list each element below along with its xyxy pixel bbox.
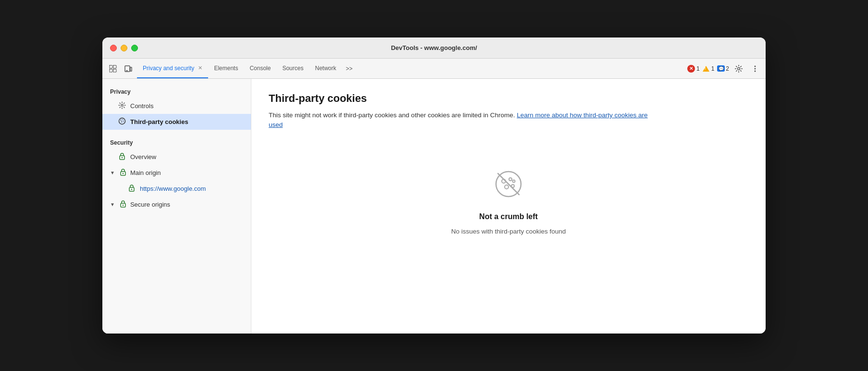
error-badge[interactable]: ✕ 1 — [687, 65, 700, 73]
toolbar-right: ✕ 1 1 💬 2 — [687, 62, 762, 75]
svg-rect-3 — [113, 69, 116, 72]
svg-point-7 — [738, 67, 740, 70]
error-count: 1 — [696, 65, 700, 72]
panel-description: This site might not work if third-party … — [269, 111, 663, 130]
inspect-icon[interactable] — [106, 62, 120, 75]
svg-point-15 — [121, 122, 122, 123]
message-count: 2 — [726, 65, 729, 72]
google-url-link[interactable]: https://www.google.com — [140, 185, 206, 192]
cookies-icon — [118, 117, 126, 126]
message-badge[interactable]: 💬 2 — [717, 65, 729, 72]
sidebar-item-controls[interactable]: Controls — [102, 98, 251, 114]
privacy-section-label: Privacy — [102, 85, 251, 98]
svg-point-16 — [123, 121, 124, 122]
controls-label: Controls — [130, 102, 153, 110]
controls-icon — [118, 101, 126, 111]
titlebar: DevTools - www.google.com/ — [102, 37, 766, 59]
traffic-lights — [110, 45, 138, 51]
panel-description-text: This site might not work if third-party … — [269, 111, 515, 119]
svg-rect-1 — [113, 65, 116, 68]
tab-privacy-security-label: Privacy and security — [143, 65, 194, 72]
svg-rect-2 — [110, 69, 112, 72]
sidebar: Privacy Controls — [102, 79, 251, 334]
svg-point-21 — [123, 173, 124, 174]
secure-origins-arrow-icon: ▼ — [110, 202, 115, 207]
svg-point-12 — [119, 118, 125, 124]
warning-badge[interactable]: 1 — [703, 65, 715, 72]
svg-point-23 — [131, 189, 132, 190]
sidebar-item-secure-origins[interactable]: ▼ Secure origins — [102, 197, 251, 212]
device-toggle-icon[interactable] — [122, 62, 135, 75]
svg-point-31 — [513, 180, 515, 182]
svg-point-17 — [123, 120, 124, 121]
maximize-button[interactable] — [131, 45, 138, 51]
window-title: DevTools - www.google.com/ — [391, 44, 477, 51]
main-origin-lock-icon — [120, 168, 126, 177]
minimize-button[interactable] — [121, 45, 127, 51]
sidebar-item-main-origin[interactable]: ▼ Main origin — [102, 165, 251, 181]
error-icon: ✕ — [687, 65, 695, 73]
empty-state-description: No issues with third-party cookies found — [451, 228, 566, 235]
svg-point-10 — [755, 70, 756, 72]
third-party-cookies-label: Third-party cookies — [130, 118, 188, 125]
svg-line-32 — [498, 173, 519, 195]
arrow-down-icon: ▼ — [110, 170, 115, 175]
svg-point-13 — [121, 120, 122, 121]
main-panel: Third-party cookies This site might not … — [251, 79, 766, 334]
tab-sources[interactable]: Sources — [276, 59, 309, 78]
sidebar-item-google-url[interactable]: https://www.google.com — [102, 181, 251, 197]
empty-state: Not a crumb left No issues with third-pa… — [269, 169, 748, 235]
tab-sources-label: Sources — [282, 65, 303, 72]
tab-network[interactable]: Network — [309, 59, 342, 78]
toolbar: Privacy and security ✕ Elements Console … — [102, 59, 766, 79]
secure-origins-lock-icon — [120, 200, 126, 209]
devtools-window: DevTools - www.google.com/ Privacy and s… — [102, 37, 766, 334]
security-section-label: Security — [102, 136, 251, 149]
svg-point-28 — [509, 178, 512, 181]
overview-lock-icon — [118, 152, 126, 161]
svg-point-25 — [123, 205, 124, 206]
secure-origins-label: Secure origins — [130, 201, 170, 208]
svg-rect-5 — [130, 67, 132, 71]
tab-close-icon[interactable]: ✕ — [198, 65, 202, 71]
svg-point-14 — [122, 119, 123, 120]
svg-point-9 — [755, 68, 756, 69]
overview-label: Overview — [130, 153, 156, 161]
more-options-icon[interactable] — [748, 62, 762, 75]
more-tabs-button[interactable]: >> — [342, 59, 356, 78]
svg-point-11 — [121, 104, 123, 106]
tab-privacy-security[interactable]: Privacy and security ✕ — [137, 59, 208, 78]
svg-rect-0 — [110, 65, 112, 68]
sidebar-item-overview[interactable]: Overview — [102, 149, 251, 165]
tab-elements[interactable]: Elements — [208, 59, 244, 78]
no-cookie-icon — [493, 169, 524, 206]
tab-elements-label: Elements — [214, 65, 238, 72]
message-icon: 💬 — [717, 65, 725, 72]
tab-console-label: Console — [249, 65, 271, 72]
tab-console[interactable]: Console — [244, 59, 276, 78]
main-origin-label: Main origin — [130, 169, 161, 176]
svg-point-8 — [755, 65, 756, 67]
warning-icon — [703, 66, 709, 72]
svg-point-29 — [505, 185, 508, 189]
sidebar-item-third-party-cookies[interactable]: Third-party cookies — [102, 114, 251, 130]
empty-state-title: Not a crumb left — [479, 212, 538, 221]
google-url-lock-icon — [127, 184, 136, 193]
close-button[interactable] — [110, 45, 117, 51]
content-area: Privacy Controls — [102, 79, 766, 334]
settings-icon[interactable] — [732, 62, 745, 75]
tab-network-label: Network — [315, 65, 336, 72]
panel-title: Third-party cookies — [269, 92, 748, 105]
warning-count: 1 — [711, 65, 715, 72]
svg-point-19 — [122, 157, 123, 158]
tabs-container: Privacy and security ✕ Elements Console … — [137, 59, 685, 78]
